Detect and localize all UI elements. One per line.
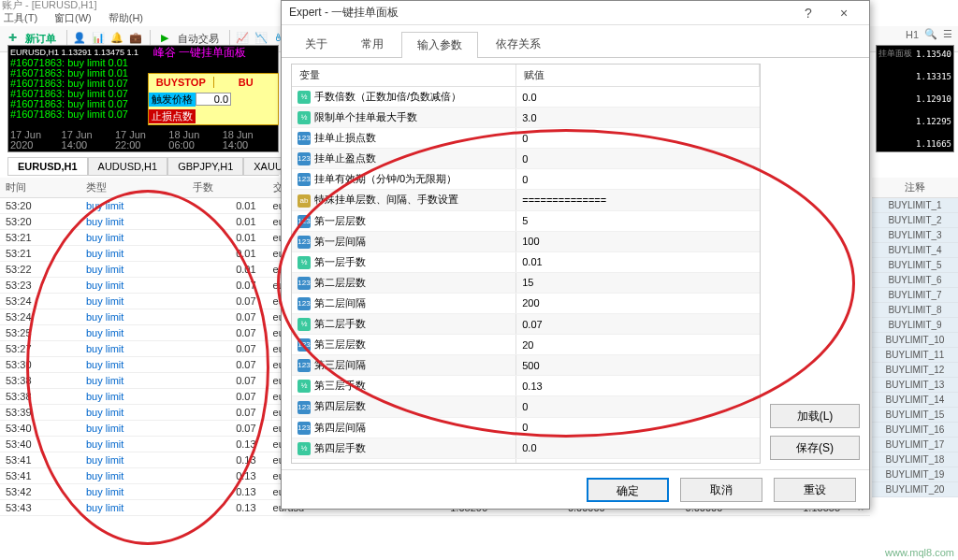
- symbol-tabs: EURUSD,H1AUDUSD,H1GBPJPY,H1XAUU: [7, 157, 279, 176]
- dialog-tab[interactable]: 常用: [345, 31, 399, 57]
- param-type-icon: 123: [298, 422, 311, 435]
- param-row[interactable]: ½限制单个挂单最大手数3.0: [292, 108, 760, 128]
- param-row[interactable]: ½第三层手数0.13: [292, 376, 760, 396]
- mini-price-label: 1.11665: [916, 139, 951, 149]
- list-icon[interactable]: ☰: [943, 28, 952, 40]
- comment-cell[interactable]: BUYLIMIT_20: [872, 482, 958, 497]
- comment-cell[interactable]: BUYLIMIT_4: [872, 243, 958, 258]
- dialog-help-button[interactable]: ?: [791, 2, 826, 24]
- dialog-tab[interactable]: 关于: [289, 31, 343, 57]
- bu-button[interactable]: BU: [213, 77, 279, 88]
- comment-cell[interactable]: BUYLIMIT_16: [872, 423, 958, 438]
- timeframe-label[interactable]: H1: [906, 29, 919, 40]
- axis-label: 18 Jun 06:00: [168, 130, 222, 151]
- chart-overlay-title: 峰谷 一键挂单面板: [153, 48, 246, 58]
- comment-cell[interactable]: BUYLIMIT_11: [872, 348, 958, 363]
- mini-chart[interactable]: 1.135401.133151.129101.122951.11665 挂单面板: [876, 45, 954, 152]
- comment-cell[interactable]: BUYLIMIT_14: [872, 393, 958, 408]
- dialog-tab[interactable]: 输入参数: [401, 32, 478, 58]
- param-row[interactable]: ½手数倍数（正数加倍/负数减倍）0.0: [292, 87, 760, 108]
- trigger-price-label: 触发价格: [149, 93, 196, 107]
- comment-cell[interactable]: BUYLIMIT_10: [872, 333, 958, 348]
- symbol-tab[interactable]: GBPJPY,H1: [167, 157, 243, 175]
- param-type-icon: 123: [298, 215, 311, 228]
- dialog-titlebar[interactable]: Expert - 一键挂单面板 ? ×: [282, 1, 869, 25]
- comment-cell[interactable]: BUYLIMIT_12: [872, 363, 958, 378]
- comment-cell[interactable]: BUYLIMIT_8: [872, 303, 958, 318]
- param-type-icon: ½: [298, 256, 311, 269]
- param-type-icon: 123: [298, 277, 311, 290]
- comment-cell[interactable]: BUYLIMIT_1: [872, 198, 958, 213]
- param-type-icon: 123: [298, 338, 311, 352]
- comment-cell[interactable]: BUYLIMIT_7: [872, 288, 958, 303]
- comment-cell[interactable]: BUYLIMIT_19: [872, 467, 958, 482]
- symbol-tab[interactable]: EURUSD,H1: [7, 157, 88, 175]
- param-row[interactable]: 123第四层间隔0: [292, 417, 760, 438]
- comment-cell[interactable]: BUYLIMIT_13: [872, 378, 958, 393]
- dialog-tab[interactable]: 依存关系: [480, 31, 557, 57]
- col-time[interactable]: 时间: [0, 178, 80, 198]
- param-col-var[interactable]: 变量: [292, 65, 516, 87]
- param-type-icon: ½: [298, 91, 311, 104]
- zoom-in-icon[interactable]: 🔍: [924, 28, 937, 40]
- comment-cell[interactable]: BUYLIMIT_9: [872, 318, 958, 333]
- param-row[interactable]: 123第三层层数20: [292, 335, 760, 355]
- param-row[interactable]: 123第三层间隔500: [292, 355, 760, 376]
- menu-help[interactable]: 帮助(H): [109, 11, 143, 24]
- dialog-footer: 确定 取消 重设: [282, 469, 869, 509]
- axis-label: 17 Jun 14:00: [62, 130, 115, 151]
- param-row[interactable]: ab挂单触发时间设置(本地电脑时间)==============: [292, 458, 760, 464]
- cancel-button[interactable]: 取消: [680, 478, 762, 502]
- param-row[interactable]: 123挂单止盈点数0: [292, 149, 760, 169]
- param-table-wrap[interactable]: 变量 赋值 ½手数倍数（正数加倍/负数减倍）0.0½限制单个挂单最大手数3.01…: [291, 64, 761, 464]
- param-row[interactable]: ½第二层手数0.07: [292, 314, 760, 335]
- trigger-price-input[interactable]: 0.0: [196, 93, 231, 106]
- mini-price-label: 1.13540: [916, 50, 951, 59]
- param-type-icon: ab: [298, 463, 311, 464]
- comment-cell[interactable]: BUYLIMIT_2: [872, 213, 958, 228]
- param-row[interactable]: 123第二层间隔200: [292, 293, 760, 313]
- param-row[interactable]: 123第二层层数15: [292, 272, 760, 293]
- symbol-tab[interactable]: AUDUSD,H1: [88, 157, 168, 175]
- mini-price-label: 1.12910: [916, 94, 951, 104]
- param-row[interactable]: 123第一层间隔100: [292, 231, 760, 251]
- comment-cell[interactable]: BUYLIMIT_18: [872, 452, 958, 467]
- comment-column: 注释 BUYLIMIT_1BUYLIMIT_2BUYLIMIT_3BUYLIMI…: [872, 178, 958, 497]
- buystop-button[interactable]: BUYSTOP: [149, 77, 213, 88]
- param-row[interactable]: ½第一层手数0.01: [292, 251, 760, 272]
- param-type-icon: 123: [298, 297, 311, 310]
- load-button[interactable]: 加载(L): [770, 404, 860, 428]
- reset-button[interactable]: 重设: [774, 478, 856, 502]
- param-row[interactable]: ab特殊挂单层数、间隔、手数设置==============: [292, 190, 760, 210]
- param-row[interactable]: 123第一层层数5: [292, 210, 760, 231]
- param-row[interactable]: 123第四层层数0: [292, 396, 760, 417]
- comment-cell[interactable]: BUYLIMIT_15: [872, 408, 958, 423]
- dialog-side-buttons: 加载(L) 保存(S): [770, 64, 860, 464]
- menu-window[interactable]: 窗口(W): [54, 11, 92, 24]
- param-row[interactable]: 123挂单有效期（分钟/0为无限期）0: [292, 169, 760, 190]
- col-type[interactable]: 类型: [80, 178, 187, 198]
- stoploss-label: 止损点数: [149, 109, 196, 123]
- comment-cell[interactable]: BUYLIMIT_5: [872, 258, 958, 273]
- axis-label: 17 Jun 2020: [10, 130, 62, 151]
- param-type-icon: 123: [298, 401, 311, 414]
- menu-tools[interactable]: 工具(T): [4, 11, 37, 24]
- dialog-close-button[interactable]: ×: [826, 2, 862, 24]
- mini-price-label: 1.13315: [916, 72, 951, 81]
- param-type-icon: ½: [298, 442, 311, 455]
- comment-cell[interactable]: BUYLIMIT_6: [872, 273, 958, 288]
- param-row[interactable]: ½第四层手数0.0: [292, 438, 760, 458]
- mini-chart-title: 挂单面板: [878, 48, 912, 60]
- col-lots[interactable]: 手数: [187, 178, 268, 198]
- param-row[interactable]: 123挂单止损点数0: [292, 128, 760, 149]
- comment-cell[interactable]: BUYLIMIT_3: [872, 228, 958, 243]
- param-type-icon: ab: [298, 194, 311, 208]
- comment-cell[interactable]: BUYLIMIT_17: [872, 438, 958, 452]
- param-type-icon: 123: [298, 173, 311, 186]
- comment-header[interactable]: 注释: [872, 178, 958, 198]
- axis-label: 17 Jun 22:00: [115, 130, 168, 151]
- param-col-val[interactable]: 赋值: [516, 65, 760, 87]
- ok-button[interactable]: 确定: [587, 478, 669, 502]
- save-button[interactable]: 保存(S): [770, 436, 860, 460]
- param-type-icon: ½: [298, 380, 311, 393]
